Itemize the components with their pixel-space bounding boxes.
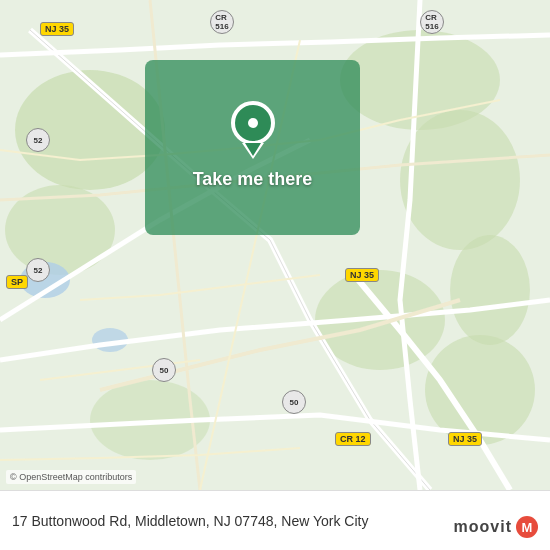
road-badge-52-bottom: 52 — [26, 258, 50, 282]
road-badge-50-right: 50 — [282, 390, 306, 414]
svg-point-4 — [400, 110, 520, 250]
road-badge-nj35-mid: NJ 35 — [345, 268, 379, 282]
location-pin — [231, 101, 275, 155]
road-badge-cr12: CR 12 — [335, 432, 371, 446]
map-container: Take me there NJ 35 CR516 CR516 52 52 SP… — [0, 0, 550, 490]
road-badge-50-left: 50 — [152, 358, 176, 382]
moovit-logo: moovit M — [454, 516, 538, 538]
map-highlight[interactable]: Take me there — [145, 60, 360, 235]
road-badge-nj35-bottom: NJ 35 — [448, 432, 482, 446]
moovit-icon: M — [516, 516, 538, 538]
road-badge-52-top: 52 — [26, 128, 50, 152]
road-badge-nj35-top: NJ 35 — [40, 22, 74, 36]
take-me-there-button[interactable]: Take me there — [185, 165, 321, 194]
svg-point-8 — [450, 235, 530, 345]
svg-text:M: M — [522, 520, 533, 535]
osm-credit: © OpenStreetMap contributors — [6, 470, 136, 484]
moovit-text: moovit — [454, 518, 512, 536]
footer-bar: 17 Buttonwood Rd, Middletown, NJ 07748, … — [0, 490, 550, 550]
road-badge-cr516-right: CR516 — [420, 10, 444, 34]
road-badge-sp: SP — [6, 275, 28, 289]
road-badge-cr516-left: CR516 — [210, 10, 234, 34]
